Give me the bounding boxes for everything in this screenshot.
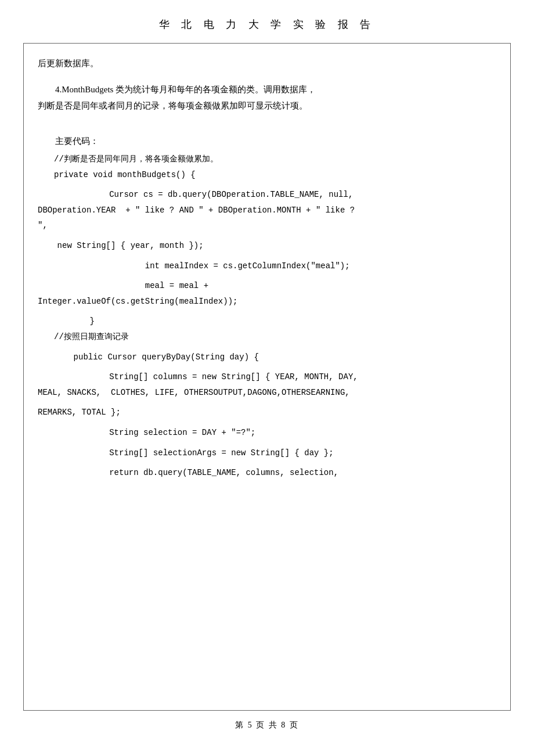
comment-same-year-month: //判断是否是同年同月，将各项金额做累加。 <box>38 152 496 167</box>
code-return-line: return db.query(TABLE_NAME, columns, sel… <box>38 465 496 481</box>
code-close-brace: } <box>38 314 496 329</box>
code-string-cols-3: REMARKS, TOTAL }; <box>38 405 496 420</box>
code-selection-line: String selection = DAY + "=?"; <box>38 425 496 441</box>
content-box: 后更新数据库。 4.MonthBudgets 类为统计每月和每年的各项金额的类。… <box>23 43 511 711</box>
code-mealindex-line: int mealIndex = cs.getColumnIndex("meal"… <box>38 258 496 274</box>
code-string-cols-1: String[] columns = new String[] { YEAR, … <box>38 369 496 385</box>
code-dbop-line: DBOperation.YEAR + " like ? AND " + DBOp… <box>38 203 496 218</box>
code-public-cursor: public Cursor queryByDay(String day) { <box>38 350 496 365</box>
comment-query-by-day: //按照日期查询记录 <box>38 329 496 345</box>
code-integer-line: Integer.valueOf(cs.getString(mealIndex))… <box>38 294 496 309</box>
para-monthbudgets-1: 4.MonthBudgets 类为统计每月和每年的各项金额的类。调用数据库， <box>38 81 496 98</box>
page-header: 华 北 电 力 大 学 实 验 报 告 <box>23 17 511 31</box>
page-footer: 第 5 页 共 8 页 <box>23 720 511 730</box>
section-label-main-code: 主要代码： <box>38 133 496 150</box>
code-quote-line: ", <box>38 218 496 233</box>
code-private-method: private void monthBudgets() { <box>38 167 496 183</box>
code-meal-eq-line: meal = meal + <box>38 278 496 294</box>
line-after-update: 后更新数据库。 <box>38 55 496 72</box>
para-monthbudgets-2: 判断是否是同年或者同月的记录，将每项金额做累加即可显示统计项。 <box>38 98 496 114</box>
code-new-string-line: new String[] { year, month }); <box>38 238 496 254</box>
code-cursor-line: Cursor cs = db.query(DBOperation.TABLE_N… <box>38 187 496 203</box>
code-selargs-line: String[] selectionArgs = new String[] { … <box>38 445 496 461</box>
code-string-cols-2: MEAL, SNACKS, CLOTHES, LIFE, OTHERSOUTPU… <box>38 385 496 401</box>
